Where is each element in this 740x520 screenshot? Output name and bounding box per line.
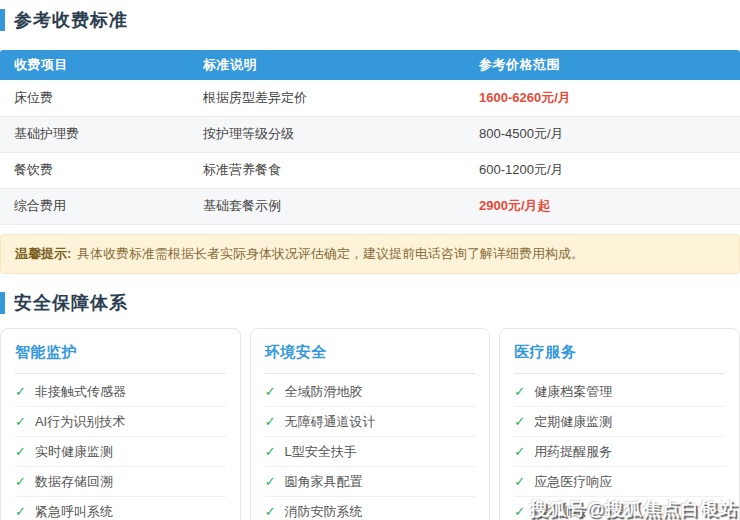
check-icon: ✓ bbox=[265, 384, 276, 399]
fee-item: 基础护理费 bbox=[0, 116, 189, 152]
feature-text: 健康档案管理 bbox=[534, 384, 612, 399]
tip-text: 具体收费标准需根据长者实际身体状况评估确定，建议提前电话咨询了解详细费用构成。 bbox=[77, 246, 584, 261]
feature-item: ✓L型安全扶手 bbox=[265, 437, 476, 467]
feature-item: ✓用药提醒服务 bbox=[514, 437, 725, 467]
fee-row: 床位费根据房型差异定价1600-6260元/月 bbox=[0, 80, 740, 116]
fee-desc: 基础套餐示例 bbox=[189, 188, 465, 224]
fees-section-header: 参考收费标准 bbox=[0, 8, 740, 32]
fee-price: 600-1200元/月 bbox=[465, 152, 740, 188]
safety-card: 智能监护✓非接触式传感器✓AI行为识别技术✓实时健康监测✓数据存储回溯✓紧急呼叫… bbox=[0, 328, 241, 520]
feature-list: ✓健康档案管理✓定期健康监测✓用药提醒服务✓应急医疗响应✓康复训练 bbox=[514, 377, 725, 520]
fee-desc: 标准营养餐食 bbox=[189, 152, 465, 188]
feature-item: ✓应急医疗响应 bbox=[514, 467, 725, 497]
check-icon: ✓ bbox=[15, 444, 26, 459]
feature-item: ✓消防安防系统 bbox=[265, 497, 476, 520]
feature-text: 定期健康监测 bbox=[534, 414, 612, 429]
feature-text: 应急医疗响应 bbox=[534, 474, 612, 489]
feature-text: 无障碍通道设计 bbox=[285, 414, 376, 429]
feature-item: ✓康复训练 bbox=[514, 497, 725, 520]
check-icon: ✓ bbox=[265, 474, 276, 489]
feature-item: ✓紧急呼叫系统 bbox=[15, 497, 226, 520]
safety-card: 环境安全✓全域防滑地胶✓无障碍通道设计✓L型安全扶手✓圆角家具配置✓消防安防系统 bbox=[250, 328, 491, 520]
feature-text: 全域防滑地胶 bbox=[285, 384, 363, 399]
feature-item: ✓无障碍通道设计 bbox=[265, 407, 476, 437]
fee-desc: 按护理等级分级 bbox=[189, 116, 465, 152]
article-page: 参考收费标准 收费项目标准说明参考价格范围 床位费根据房型差异定价1600-62… bbox=[0, 8, 740, 520]
fees-column-header: 收费项目 bbox=[0, 50, 189, 80]
fee-row: 基础护理费按护理等级分级800-4500元/月 bbox=[0, 116, 740, 152]
safety-card: 医疗服务✓健康档案管理✓定期健康监测✓用药提醒服务✓应急医疗响应✓康复训练 bbox=[499, 328, 740, 520]
feature-item: ✓数据存储回溯 bbox=[15, 467, 226, 497]
fee-price: 2900元/月起 bbox=[465, 188, 740, 224]
fees-section: 参考收费标准 收费项目标准说明参考价格范围 床位费根据房型差异定价1600-62… bbox=[0, 8, 740, 274]
fee-row: 综合费用基础套餐示例2900元/月起 bbox=[0, 188, 740, 224]
fees-table: 收费项目标准说明参考价格范围 床位费根据房型差异定价1600-6260元/月基础… bbox=[0, 50, 740, 225]
fee-desc: 根据房型差异定价 bbox=[189, 80, 465, 116]
feature-text: 紧急呼叫系统 bbox=[35, 504, 113, 519]
safety-card-title: 环境安全 bbox=[265, 343, 476, 374]
fee-item: 床位费 bbox=[0, 80, 189, 116]
feature-text: L型安全扶手 bbox=[285, 444, 357, 459]
safety-cards: 智能监护✓非接触式传感器✓AI行为识别技术✓实时健康监测✓数据存储回溯✓紧急呼叫… bbox=[0, 328, 740, 520]
check-icon: ✓ bbox=[514, 384, 525, 399]
check-icon: ✓ bbox=[15, 414, 26, 429]
safety-card-title: 医疗服务 bbox=[514, 343, 725, 374]
feature-item: ✓健康档案管理 bbox=[514, 377, 725, 407]
fees-section-title: 参考收费标准 bbox=[14, 8, 128, 32]
feature-item: ✓定期健康监测 bbox=[514, 407, 725, 437]
tip-label: 温馨提示: bbox=[15, 246, 71, 261]
feature-text: 非接触式传感器 bbox=[35, 384, 126, 399]
check-icon: ✓ bbox=[514, 414, 525, 429]
safety-section: 安全保障体系 智能监护✓非接触式传感器✓AI行为识别技术✓实时健康监测✓数据存储… bbox=[0, 291, 740, 520]
check-icon: ✓ bbox=[514, 474, 525, 489]
feature-list: ✓非接触式传感器✓AI行为识别技术✓实时健康监测✓数据存储回溯✓紧急呼叫系统 bbox=[15, 377, 226, 520]
feature-text: 用药提醒服务 bbox=[534, 444, 612, 459]
feature-item: ✓AI行为识别技术 bbox=[15, 407, 226, 437]
check-icon: ✓ bbox=[514, 444, 525, 459]
feature-text: 消防安防系统 bbox=[285, 504, 363, 519]
check-icon: ✓ bbox=[15, 504, 26, 519]
feature-text: 数据存储回溯 bbox=[35, 474, 113, 489]
feature-list: ✓全域防滑地胶✓无障碍通道设计✓L型安全扶手✓圆角家具配置✓消防安防系统 bbox=[265, 377, 476, 520]
fees-table-header-row: 收费项目标准说明参考价格范围 bbox=[0, 50, 740, 80]
feature-item: ✓全域防滑地胶 bbox=[265, 377, 476, 407]
accent-bar bbox=[0, 292, 5, 314]
fee-item: 综合费用 bbox=[0, 188, 189, 224]
feature-text: 实时健康监测 bbox=[35, 444, 113, 459]
safety-section-header: 安全保障体系 bbox=[0, 291, 740, 315]
fees-column-header: 标准说明 bbox=[189, 50, 465, 80]
fees-column-header: 参考价格范围 bbox=[465, 50, 740, 80]
feature-text: 圆角家具配置 bbox=[285, 474, 363, 489]
accent-bar bbox=[0, 9, 5, 31]
fee-row: 餐饮费标准营养餐食600-1200元/月 bbox=[0, 152, 740, 188]
check-icon: ✓ bbox=[265, 444, 276, 459]
fee-price: 1600-6260元/月 bbox=[465, 80, 740, 116]
check-icon: ✓ bbox=[265, 504, 276, 519]
check-icon: ✓ bbox=[514, 504, 525, 519]
tip-box: 温馨提示: 具体收费标准需根据长者实际身体状况评估确定，建议提前电话咨询了解详细… bbox=[0, 234, 740, 274]
feature-item: ✓实时健康监测 bbox=[15, 437, 226, 467]
safety-card-title: 智能监护 bbox=[15, 343, 226, 374]
fee-item: 餐饮费 bbox=[0, 152, 189, 188]
feature-text: AI行为识别技术 bbox=[35, 414, 125, 429]
feature-item: ✓非接触式传感器 bbox=[15, 377, 226, 407]
check-icon: ✓ bbox=[15, 384, 26, 399]
safety-section-title: 安全保障体系 bbox=[14, 291, 128, 315]
feature-item: ✓圆角家具配置 bbox=[265, 467, 476, 497]
feature-text: 康复训练 bbox=[534, 504, 586, 519]
check-icon: ✓ bbox=[15, 474, 26, 489]
fee-price: 800-4500元/月 bbox=[465, 116, 740, 152]
check-icon: ✓ bbox=[265, 414, 276, 429]
